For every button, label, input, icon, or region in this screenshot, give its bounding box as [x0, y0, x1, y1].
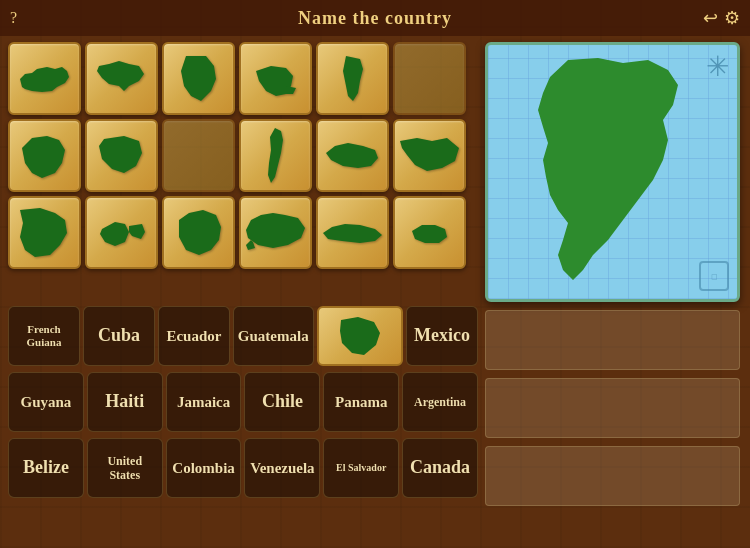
tile-honduras[interactable] [316, 119, 389, 192]
tile-mexico[interactable] [393, 119, 466, 192]
name-btn-el-salvador[interactable]: El Salvador [323, 438, 399, 498]
name-btn-guyana[interactable]: Guyana [8, 372, 84, 432]
answer-box-2 [485, 378, 740, 438]
top-bar-icons: ↩ ⚙ [703, 7, 740, 29]
tile-el-salvador[interactable] [393, 196, 466, 269]
names-row-3: Belize United States Colombia Venezuela … [8, 437, 478, 499]
tile-suriname[interactable] [85, 119, 158, 192]
name-btn-belize[interactable]: Belize [8, 438, 84, 498]
names-area: French Guiana Cuba Ecuador Guatemala Mex… [8, 305, 478, 503]
tile-empty-2 [162, 119, 235, 192]
name-btn-jamaica[interactable]: Jamaica [166, 372, 242, 432]
map-panel: ✳ ◻ [485, 42, 740, 302]
tile-empty-1 [393, 42, 466, 115]
name-btn-french-guiana[interactable]: French Guiana [8, 306, 80, 366]
name-btn-colombia[interactable]: Colombia [166, 438, 242, 498]
name-btn-cuba[interactable]: Cuba [83, 306, 155, 366]
map-south-america [508, 55, 708, 295]
name-btn-brazil[interactable] [317, 306, 403, 366]
name-btn-united-states[interactable]: United States [87, 438, 163, 498]
tiles-grid [8, 42, 466, 269]
back-icon[interactable]: ↩ [703, 7, 718, 29]
tile-usa[interactable] [8, 42, 81, 115]
names-row-1: French Guiana Cuba Ecuador Guatemala Mex… [8, 305, 478, 367]
tile-colombia[interactable] [8, 119, 81, 192]
name-btn-canada[interactable]: Canada [402, 438, 478, 498]
name-btn-mexico[interactable]: Mexico [406, 306, 478, 366]
answer-box-1 [485, 310, 740, 370]
tile-guyana[interactable] [162, 42, 235, 115]
compass-rose: ✳ [706, 50, 729, 83]
map-stamp: ◻ [699, 261, 729, 291]
tile-taiwan[interactable] [316, 42, 389, 115]
names-row-2: Guyana Haiti Jamaica Chile Panama Argent… [8, 371, 478, 433]
name-btn-haiti[interactable]: Haiti [87, 372, 163, 432]
name-btn-panama[interactable]: Panama [323, 372, 399, 432]
answer-box-3 [485, 446, 740, 506]
tile-colombia2[interactable] [162, 196, 235, 269]
tile-haiti[interactable] [85, 196, 158, 269]
tile-venezuela[interactable] [85, 42, 158, 115]
tile-brazil-shape[interactable] [8, 196, 81, 269]
name-btn-venezuela[interactable]: Venezuela [244, 438, 320, 498]
tile-cuba[interactable] [316, 196, 389, 269]
name-btn-chile[interactable]: Chile [244, 372, 320, 432]
top-bar: ? Name the country ↩ ⚙ [0, 0, 750, 36]
settings-icon[interactable]: ⚙ [724, 7, 740, 29]
name-btn-ecuador[interactable]: Ecuador [158, 306, 230, 366]
name-btn-guatemala[interactable]: Guatemala [233, 306, 314, 366]
page-title: Name the country [298, 8, 452, 29]
tile-chile[interactable] [239, 119, 312, 192]
name-btn-argentina[interactable]: Argentina [402, 372, 478, 432]
tile-guatemala[interactable] [239, 42, 312, 115]
tile-canada[interactable] [239, 196, 312, 269]
help-button[interactable]: ? [10, 9, 17, 27]
